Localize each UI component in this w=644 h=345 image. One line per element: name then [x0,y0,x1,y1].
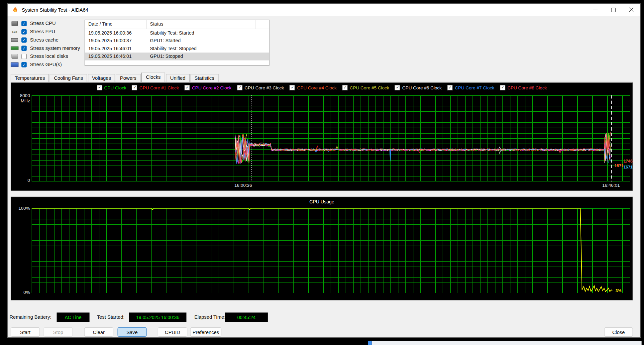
stress-option-stress-fpu[interactable]: ✓Stress FPU [10,28,83,36]
event-log-table[interactable]: Date / Time Status 19.05.2025 16:00:36St… [85,20,269,65]
stress-option-label: Stress cache [30,37,58,43]
stress-option-label: Stress local disks [30,54,68,59]
legend-item[interactable]: ✓CPU Core #8 Clock [500,85,547,90]
remaining-battery-label: Remaining Battery: [9,312,51,322]
legend-checkbox[interactable]: ✓ [447,85,453,90]
log-cell-status: GPU1: Stopped [147,53,256,60]
log-row[interactable]: 19.05.2025 16:46:01Stability Test: Stopp… [85,45,269,53]
legend-label: CPU Core #3 Clock [245,85,284,90]
clocks-legend: ✓CPU Clock✓CPU Core #1 Clock✓CPU Core #2… [11,85,632,90]
legend-label: CPU Core #7 Clock [455,85,494,90]
legend-item[interactable]: ✓CPU Core #5 Clock [342,85,389,90]
stress-options-list: ✓Stress CPU✓Stress FPU✓Stress cache✓Stre… [10,19,83,68]
legend-checkbox[interactable]: ✓ [500,85,505,90]
log-row[interactable]: 19.05.2025 16:00:37GPU1: Started [85,37,269,45]
tab-powers[interactable]: Powers [116,74,141,81]
tab-voltages[interactable]: Voltages [88,74,115,81]
test-started-value: 19.05.2025 16:00:36 [129,312,186,322]
legend-item[interactable]: ✓CPU Core #7 Clock [447,85,494,90]
preferences-button[interactable]: Preferences [190,327,221,337]
stress-option-stress-cpu[interactable]: ✓Stress CPU [10,19,83,28]
stress-checkbox[interactable]: ✓ [21,46,27,51]
legend-item[interactable]: ✓CPU Core #6 Clock [395,85,442,90]
legend-checkbox[interactable]: ✓ [237,85,243,90]
cpuid-button[interactable]: CPUID [158,327,187,337]
legend-label: CPU Clock [104,85,126,90]
tab-strip: TemperaturesCooling FansVoltagesPowersCl… [11,73,633,82]
series-end-value: 1571 [614,163,624,168]
maximize-button[interactable] [604,4,622,16]
legend-checkbox[interactable]: ✓ [342,85,348,90]
log-cell-datetime: 19.05.2025 16:00:37 [85,37,147,45]
tab-temperatures[interactable]: Temperatures [11,74,49,81]
log-row[interactable]: 19.05.2025 16:00:36Stability Test: Start… [85,29,269,37]
tab-cooling-fans[interactable]: Cooling Fans [50,74,87,81]
tab-statistics[interactable]: Statistics [190,74,218,81]
log-column-extra [256,20,269,29]
legend-item[interactable]: ✓CPU Core #1 Clock [132,85,179,90]
log-cell-status: Stability Test: Started [147,29,256,37]
stress-checkbox[interactable]: ✓ [21,62,27,67]
stress-checkbox[interactable]: ✓ [21,37,27,43]
stress-checkbox[interactable]: ✓ [21,21,27,26]
usage-chart-title: CPU Usage [11,199,632,204]
legend-label: CPU Core #2 Clock [192,85,232,90]
stress-option-stress-local-disks[interactable]: Stress local disks [10,52,83,60]
tab-unified[interactable]: Unified [166,74,190,81]
test-started-label: Test Started: [97,312,125,322]
stress-option-stress-gpu-s-[interactable]: ✓Stress GPU(s) [10,60,83,69]
log-column-status[interactable]: Status [147,20,256,29]
remaining-battery-value: AC Line [57,312,90,322]
x-axis-tick: 16:00:36 [234,183,252,188]
clocks-chart-panel: ✓CPU Clock✓CPU Core #1 Clock✓CPU Core #2… [11,82,633,191]
legend-label: CPU Core #5 Clock [350,85,389,90]
usage-chart-panel: CPU Usage 100% 0% 3% [11,197,633,300]
cpu-icon [10,20,19,27]
clear-button[interactable]: Clear [84,327,113,337]
memory-icon [10,45,19,52]
stress-option-label: Stress CPU [30,21,55,26]
gpu-icon [10,61,19,68]
legend-item[interactable]: ✓CPU Clock [97,85,126,90]
minimize-button[interactable] [586,4,604,16]
stop-button: Stop [44,327,73,337]
legend-label: CPU Core #4 Clock [297,85,337,90]
stress-option-stress-cache[interactable]: ✓Stress cache [10,36,83,44]
x-axis-tick: 16:46:01 [602,183,620,188]
legend-item[interactable]: ✓CPU Core #2 Clock [185,85,232,90]
stress-checkbox[interactable]: ✓ [21,29,27,34]
stress-option-stress-system-memory[interactable]: ✓Stress system memory [10,44,83,52]
stress-checkbox[interactable] [21,54,27,59]
close-window-button[interactable] [622,4,640,16]
legend-item[interactable]: ✓CPU Core #4 Clock [290,85,337,90]
legend-checkbox[interactable]: ✓ [185,85,190,90]
close-button[interactable]: Close [604,327,633,337]
legend-label: CPU Core #1 Clock [140,85,179,90]
title-bar[interactable]: System Stability Test - AIDA64 [8,4,640,16]
window-controls [586,4,640,16]
start-button[interactable]: Start [11,327,40,337]
save-button[interactable]: Save [117,327,147,337]
cache-icon [10,37,19,43]
clocks-chart [32,95,630,181]
legend-checkbox[interactable]: ✓ [132,85,137,90]
clocks-y-min-label: 0 [13,178,30,183]
series-end-value: 1746 [623,159,633,164]
log-cell-status: GPU1: Started [147,37,256,45]
legend-checkbox[interactable]: ✓ [290,85,295,90]
log-cell-status: Stability Test: Stopped [147,45,256,53]
clocks-y-max-label: 8000 [13,93,30,98]
legend-label: CPU Core #8 Clock [507,85,547,90]
legend-item[interactable]: ✓CPU Core #3 Clock [237,85,284,90]
usage-end-value: 3% [615,288,621,293]
close-icon [629,7,634,12]
tab-clocks[interactable]: Clocks [141,73,165,82]
taskbar-accent [368,341,372,345]
log-cell-datetime: 19.05.2025 16:00:36 [85,29,147,37]
elapsed-time-label: Elapsed Time: [194,312,226,322]
legend-checkbox[interactable]: ✓ [97,85,102,90]
log-row[interactable]: 19.05.2025 16:46:01GPU1: Stopped [85,53,269,60]
legend-checkbox[interactable]: ✓ [395,85,400,90]
log-column-datetime[interactable]: Date / Time [85,20,147,29]
taskbar-edge[interactable] [372,341,642,345]
